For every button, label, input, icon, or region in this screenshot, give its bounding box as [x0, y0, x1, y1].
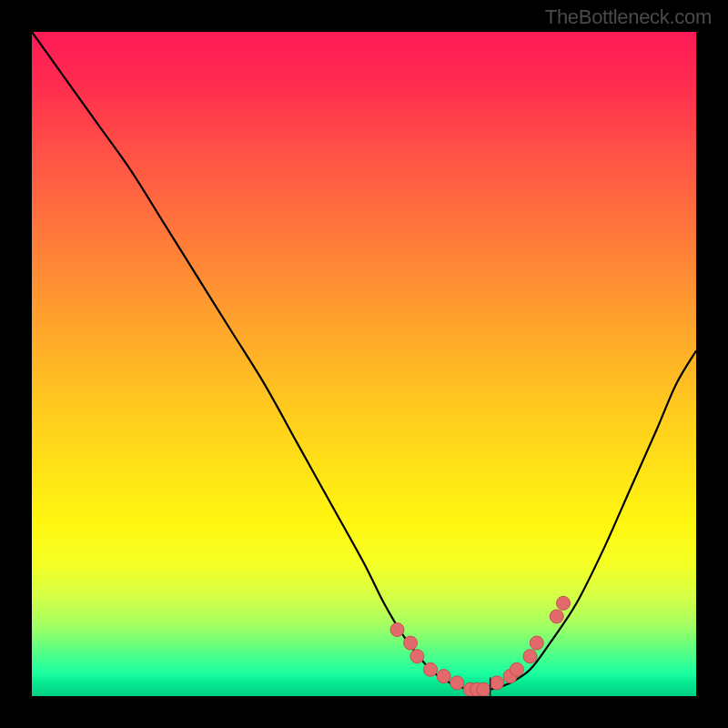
chart-svg	[32, 32, 696, 696]
marker-group	[390, 596, 571, 696]
data-marker	[557, 596, 571, 610]
data-marker	[523, 650, 537, 663]
data-marker	[490, 676, 504, 690]
data-marker	[404, 636, 418, 650]
data-marker	[450, 676, 464, 690]
data-marker	[530, 636, 543, 650]
data-marker	[510, 662, 523, 676]
data-marker	[410, 650, 424, 663]
data-marker	[437, 670, 450, 683]
data-marker	[477, 682, 490, 696]
data-marker	[550, 610, 563, 623]
data-marker	[424, 662, 438, 676]
bottleneck-curve	[32, 32, 696, 691]
data-marker	[390, 623, 404, 637]
plot-area	[32, 32, 696, 696]
attribution-text: TheBottleneck.com	[545, 5, 712, 29]
